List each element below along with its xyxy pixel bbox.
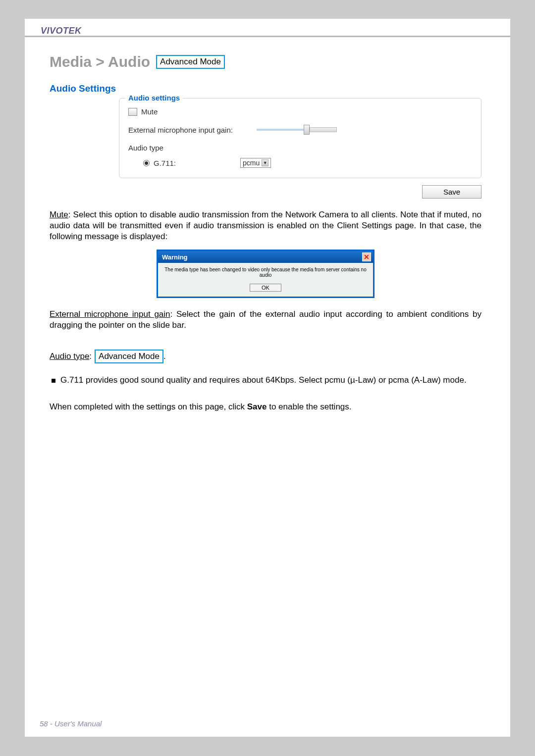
completion-post: to enable the settings. <box>267 402 351 411</box>
ok-button[interactable]: OK <box>250 284 281 292</box>
audio-type-colon: : <box>89 352 92 361</box>
gain-row: External microphone input gain: <box>128 125 472 135</box>
fieldset-legend: Audio settings <box>125 94 183 102</box>
gain-term: External microphone input gain <box>50 309 170 319</box>
mute-paragraph: Mute: Select this option to disable audi… <box>50 209 482 242</box>
slider-thumb[interactable] <box>304 125 310 135</box>
page-content: Media > Audio Advanced Mode Audio Settin… <box>50 53 482 412</box>
breadcrumb: Media > Audio Advanced Mode <box>50 53 482 70</box>
save-row: Save <box>119 185 482 199</box>
warning-dialog-wrap: Warning ✕ The media type has been change… <box>50 250 482 298</box>
completion-pre: When completed with the settings on this… <box>50 402 247 411</box>
g711-bullet: G.711 provides good sound quality and re… <box>50 375 482 385</box>
dialog-body: The media type has been changed to video… <box>158 263 373 297</box>
dialog-message: The media type has been changed to video… <box>163 267 368 278</box>
breadcrumb-text: Media > Audio <box>50 53 150 70</box>
completion-paragraph: When completed with the settings on this… <box>50 402 482 412</box>
advanced-mode-badge-2: Advanced Mode <box>95 350 163 363</box>
g711-label: G.711: <box>154 159 176 167</box>
radio-dot-icon <box>145 161 148 165</box>
brand-text: VIVOTEK <box>41 26 82 36</box>
gain-paragraph: External microphone input gain: Select t… <box>50 309 482 331</box>
warning-dialog: Warning ✕ The media type has been change… <box>157 250 374 298</box>
audio-type-label: Audio type <box>128 144 163 152</box>
close-icon[interactable]: ✕ <box>362 252 371 261</box>
slider-track-left <box>257 129 304 131</box>
document-page: VIVOTEK Media > Audio Advanced Mode Audi… <box>25 19 510 737</box>
audio-type-row: Audio type <box>128 144 472 152</box>
completion-save: Save <box>247 402 267 411</box>
audio-type-line: Audio type: Advanced Mode . <box>50 350 482 363</box>
audio-type-period: . <box>163 352 166 361</box>
section-title: Audio Settings <box>50 83 482 94</box>
codec-select[interactable]: pcmu ▼ <box>240 158 271 168</box>
audio-type-term: Audio type <box>50 352 89 361</box>
mute-checkbox[interactable] <box>128 108 137 116</box>
codec-row: G.711: pcmu ▼ <box>143 158 472 168</box>
save-button[interactable]: Save <box>422 185 482 199</box>
g711-text: G.711 provides good sound quality and re… <box>60 375 467 385</box>
audio-fieldset: Audio settings Mute External microphone … <box>119 98 482 178</box>
dialog-title: Warning <box>162 253 188 261</box>
mute-description: : Select this option to disable audio tr… <box>50 210 482 241</box>
mute-term: Mute <box>50 210 68 219</box>
chevron-down-icon: ▼ <box>262 159 268 166</box>
g711-radio[interactable] <box>143 160 150 166</box>
dialog-titlebar: Warning ✕ <box>158 251 373 263</box>
codec-select-value: pcmu <box>243 159 260 167</box>
mute-label: Mute <box>141 107 158 116</box>
mute-row: Mute <box>128 107 472 116</box>
header-rule <box>25 36 510 37</box>
slider-track-right <box>310 127 337 132</box>
gain-label: External microphone input gain: <box>128 126 233 134</box>
advanced-mode-badge: Advanced Mode <box>156 55 225 69</box>
audio-settings-panel: Audio settings Mute External microphone … <box>119 98 482 199</box>
bullet-icon <box>52 379 55 383</box>
page-footer: 58 - User's Manual <box>40 719 102 728</box>
page-header: VIVOTEK <box>25 26 510 41</box>
gain-slider[interactable] <box>257 125 337 135</box>
